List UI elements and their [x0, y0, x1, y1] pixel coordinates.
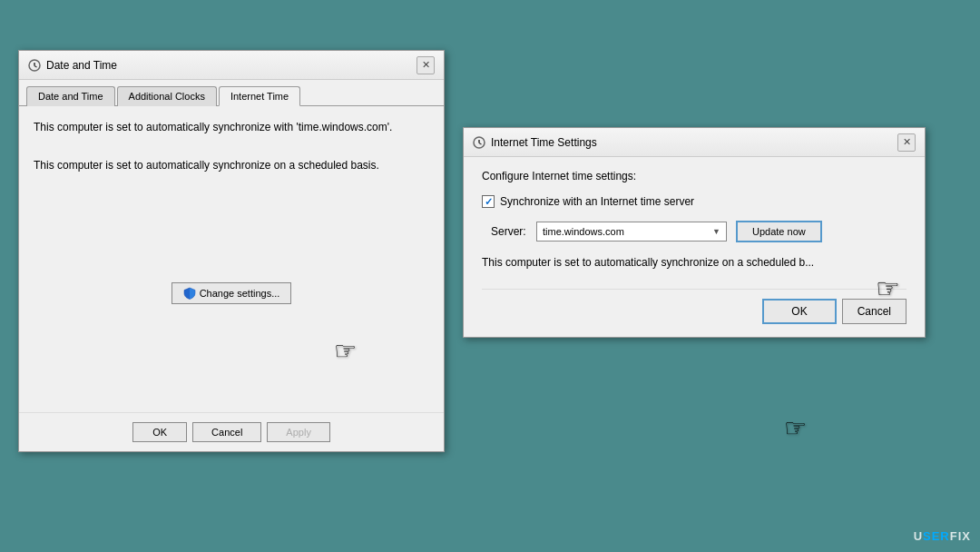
update-now-button[interactable]: Update now: [736, 221, 822, 242]
section-title: Configure Internet time settings:: [482, 170, 906, 182]
dialog1-ok-button[interactable]: OK: [132, 422, 187, 442]
dialog2-cancel-button[interactable]: Cancel: [842, 299, 906, 324]
watermark: USERFIX: [914, 529, 971, 543]
internet-time-dialog: Internet Time Settings ✕ Configure Inter…: [463, 127, 926, 338]
clock-icon-2: [473, 136, 485, 149]
schedule-text: This computer is set to automatically sy…: [482, 255, 906, 271]
dialog2-ok-button[interactable]: OK: [762, 299, 836, 324]
watermark-prefix: U: [914, 529, 923, 543]
clock-icon: [28, 59, 41, 72]
tab-bar: Date and Time Additional Clocks Internet…: [19, 80, 444, 106]
dialog1-apply-button[interactable]: Apply: [267, 422, 330, 442]
dialog2-button-area: OK Cancel: [482, 289, 906, 324]
watermark-highlight: SER: [923, 529, 950, 543]
server-label: Server:: [491, 225, 527, 238]
cursor-hand-3: ☞: [784, 413, 807, 443]
change-settings-label: Change settings...: [200, 288, 280, 299]
sync-checkbox[interactable]: ✓: [482, 195, 495, 208]
dialog2-close-button[interactable]: ✕: [897, 133, 916, 152]
dropdown-arrow-icon: ▼: [712, 227, 720, 236]
internet-time-titlebar: Internet Time Settings ✕: [464, 128, 925, 157]
sync-checkbox-row[interactable]: ✓ Synchronize with an Internet time serv…: [482, 195, 906, 208]
change-settings-button[interactable]: Change settings...: [172, 282, 292, 304]
svg-line-2: [34, 65, 37, 67]
dialog2-title: Internet Time Settings: [491, 136, 597, 149]
sync-label: Synchronize with an Internet time server: [500, 195, 694, 208]
dialog1-button-area: OK Cancel Apply: [19, 412, 444, 451]
dialog1-content: This computer is set to automatically sy…: [19, 106, 444, 451]
dialog1-title: Date and Time: [46, 59, 117, 72]
svg-line-5: [479, 143, 482, 144]
tab-internet-time[interactable]: Internet Time: [219, 86, 300, 106]
dialog1-close-button[interactable]: ✕: [416, 56, 435, 74]
shield-icon: [183, 287, 196, 300]
dialog1-cancel-button[interactable]: Cancel: [192, 422, 261, 442]
info-text-1: This computer is set to automatically sy…: [34, 119, 429, 135]
watermark-suffix: FIX: [950, 529, 971, 543]
tab-additional-clocks[interactable]: Additional Clocks: [117, 86, 217, 106]
info-text-2: This computer is set to automatically sy…: [34, 157, 429, 173]
server-row: Server: time.windows.com ▼ Update now: [482, 221, 906, 242]
date-time-titlebar: Date and Time ✕: [19, 51, 444, 80]
tab-date-and-time[interactable]: Date and Time: [26, 86, 115, 106]
server-dropdown[interactable]: time.windows.com ▼: [536, 222, 727, 242]
server-value: time.windows.com: [543, 226, 624, 237]
checkmark-icon: ✓: [485, 196, 493, 208]
dialog2-content: Configure Internet time settings: ✓ Sync…: [464, 157, 925, 337]
date-time-dialog: Date and Time ✕ Date and Time Additional…: [18, 50, 445, 452]
